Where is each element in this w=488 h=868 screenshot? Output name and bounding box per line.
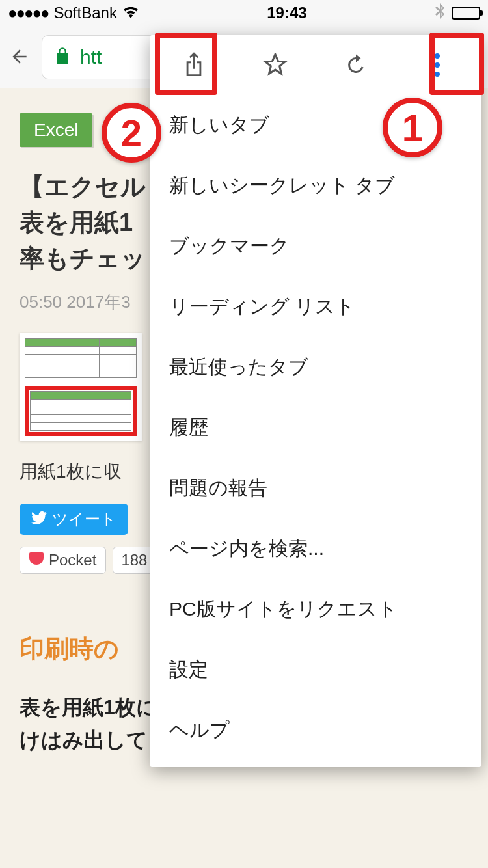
pocket-icon [29, 551, 44, 569]
back-button[interactable] [9, 41, 30, 74]
status-right [435, 3, 480, 23]
signal-dots-icon: ●●●●● [8, 4, 48, 22]
bookmark-star-button[interactable] [249, 43, 301, 87]
pocket-button[interactable]: Pocket [20, 547, 106, 574]
category-tag[interactable]: Excel [20, 113, 92, 147]
reload-button[interactable] [330, 43, 382, 87]
annotation-badge-2: 2 [102, 103, 161, 163]
more-button[interactable] [411, 43, 463, 87]
share-button[interactable] [168, 43, 220, 87]
status-bar: ●●●●● SoftBank 19:43 [0, 0, 488, 26]
menu-item-incognito[interactable]: 新しいシークレット タブ [150, 156, 481, 216]
bluetooth-icon [435, 3, 445, 23]
menu-item-reading-list[interactable]: リーディング リスト [150, 277, 481, 337]
menu-item-find[interactable]: ページ内を検索... [150, 519, 481, 579]
annotation-badge-1: 1 [383, 98, 442, 157]
menu-toolbar [150, 35, 481, 95]
menu-item-help[interactable]: ヘルプ [150, 700, 481, 761]
tweet-label: ツイート [52, 509, 116, 530]
pocket-label: Pocket [49, 551, 96, 569]
menu-item-report[interactable]: 問題の報告 [150, 458, 481, 519]
menu-item-bookmarks[interactable]: ブックマーク [150, 216, 481, 277]
tweet-button[interactable]: ツイート [20, 504, 128, 535]
twitter-icon [31, 510, 47, 528]
menu-item-desktop-site[interactable]: PC版サイトをリクエスト [150, 579, 481, 640]
menu-item-recent-tabs[interactable]: 最近使ったタブ [150, 337, 481, 398]
battery-icon [452, 7, 480, 20]
status-time: 19:43 [267, 4, 306, 22]
carrier-label: SoftBank [53, 4, 116, 22]
menu-item-settings[interactable]: 設定 [150, 640, 481, 700]
lock-icon [55, 47, 70, 68]
url-text: htt [80, 46, 102, 68]
menu-item-history[interactable]: 履歴 [150, 398, 481, 458]
status-left: ●●●●● SoftBank [8, 4, 139, 22]
wifi-icon [122, 4, 139, 22]
article-thumbnail [20, 333, 142, 441]
vertical-dots-icon [435, 53, 440, 77]
